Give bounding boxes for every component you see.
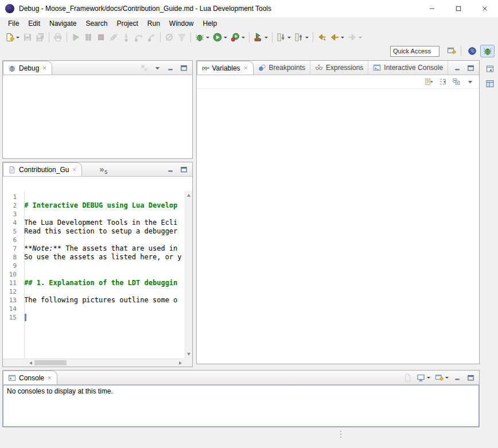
debug-perspective-button[interactable] (480, 45, 495, 57)
editor-line[interactable]: 2# Interactive DEBUG using Lua Develop (3, 201, 185, 210)
debug-button[interactable] (193, 31, 211, 44)
close-button[interactable] (472, 0, 498, 17)
scrollbar-thumb[interactable] (34, 360, 67, 365)
terminate-button[interactable] (95, 31, 107, 44)
open-console-button[interactable] (433, 372, 450, 383)
tab-contribution-guide[interactable]: Contribution_Gu (3, 162, 82, 176)
hidden-editors-chevron[interactable]: » 5 (97, 162, 110, 176)
line-number[interactable]: 7 (3, 244, 21, 253)
restore-minimized-view-button[interactable] (484, 63, 496, 75)
editor-line[interactable]: 10 (3, 270, 185, 279)
remove-all-terminated-button[interactable] (138, 62, 150, 73)
dropdown-arrow-icon[interactable] (206, 37, 209, 38)
new-button[interactable] (3, 31, 21, 44)
close-icon[interactable] (243, 65, 248, 71)
editor-lines[interactable]: 12# Interactive DEBUG using Lua Develop3… (3, 191, 185, 359)
editor-line-text[interactable]: The Lua Development Tools in the Ecli (21, 219, 177, 227)
minimize-button[interactable] (452, 62, 464, 73)
collapse-all-button[interactable] (450, 76, 462, 88)
view-menu-button[interactable] (464, 76, 476, 88)
editor-vertical-scrollbar[interactable] (185, 191, 192, 359)
dropdown-arrow-icon[interactable] (264, 37, 268, 38)
scroll-down-icon[interactable] (187, 353, 190, 356)
line-number[interactable]: 11 (3, 279, 21, 287)
tab-variables[interactable]: (x)=Variables (197, 61, 254, 75)
maximize-button[interactable] (465, 62, 477, 73)
minimize-button[interactable] (452, 372, 464, 383)
editor-line[interactable]: 14 (3, 305, 185, 313)
menu-run[interactable]: Run (143, 18, 165, 29)
scroll-up-icon[interactable] (187, 194, 190, 197)
editor-line[interactable]: 3 (3, 210, 185, 219)
external-tools-button[interactable] (252, 31, 270, 44)
quick-access-input[interactable]: Quick Access (390, 46, 439, 57)
editor-line-text[interactable] (21, 313, 26, 322)
editor-line[interactable]: 15 (3, 313, 185, 322)
dropdown-arrow-icon[interactable] (305, 37, 309, 38)
close-icon[interactable] (42, 65, 47, 71)
editor-line[interactable]: 12 (3, 287, 185, 296)
menu-project[interactable]: Project (112, 18, 142, 29)
view-menu-button[interactable] (151, 62, 164, 73)
open-console-page-button[interactable] (402, 372, 414, 383)
minimize-button[interactable] (165, 62, 177, 73)
dropdown-arrow-icon[interactable] (16, 37, 20, 38)
disconnect-button[interactable] (107, 31, 120, 44)
sash-handle[interactable] (339, 431, 343, 442)
tab-console[interactable]: Console (3, 371, 57, 384)
editor-line[interactable]: 13The following pictures outline some o (3, 296, 185, 305)
coverage-button[interactable] (229, 31, 247, 44)
dropdown-arrow-icon[interactable] (224, 37, 227, 38)
line-number[interactable]: 6 (3, 236, 21, 244)
line-number[interactable]: 12 (3, 287, 21, 296)
skip-all-breakpoints-button[interactable] (163, 31, 176, 44)
dropdown-arrow-icon[interactable] (359, 37, 362, 38)
minimized-editor-area-button[interactable] (484, 77, 496, 90)
previous-annotation-button[interactable] (293, 31, 310, 44)
line-number[interactable]: 15 (3, 313, 21, 322)
editor-line[interactable]: 7**Note:** The assets that are used in (3, 244, 185, 253)
tab-interactive-console[interactable]: Interactive Console (368, 61, 448, 75)
tab-debug[interactable]: Debug (3, 61, 52, 75)
line-number[interactable]: 13 (3, 296, 21, 305)
dropdown-arrow-icon[interactable] (242, 37, 245, 38)
tab-expressions[interactable]: Expressions (310, 61, 368, 75)
editor-line[interactable]: 1 (3, 193, 185, 201)
menu-help[interactable]: Help (199, 18, 222, 29)
print-button[interactable] (52, 31, 64, 44)
save-all-button[interactable] (34, 31, 46, 44)
editor-line[interactable]: 9 (3, 262, 185, 270)
minimize-button[interactable] (165, 163, 177, 175)
scroll-left-icon[interactable] (29, 361, 32, 365)
editor-line-text[interactable]: # Interactive DEBUG using Lua Develop (21, 201, 177, 210)
back-button[interactable] (328, 31, 346, 44)
line-number[interactable]: 8 (3, 253, 21, 262)
show-logical-structures-button[interactable] (437, 76, 449, 88)
line-number[interactable]: 2 (3, 201, 21, 210)
editor-line[interactable]: 8So use the assets as listed here, or y (3, 253, 185, 262)
dropdown-arrow-icon[interactable] (445, 377, 449, 379)
forward-button[interactable] (346, 31, 364, 44)
dropdown-arrow-icon[interactable] (341, 37, 344, 38)
menu-search[interactable]: Search (81, 18, 112, 29)
maximize-button[interactable] (178, 62, 190, 73)
step-return-button[interactable] (145, 31, 158, 44)
line-number[interactable]: 4 (3, 219, 21, 227)
ldt-perspective-button[interactable] (465, 45, 479, 57)
editor-line[interactable]: 4The Lua Development Tools in the Ecli (3, 219, 185, 227)
suspend-button[interactable] (82, 31, 95, 44)
menu-file[interactable]: File (3, 18, 24, 29)
display-selected-console-button[interactable] (415, 372, 432, 383)
line-number[interactable]: 9 (3, 262, 21, 270)
editor-line[interactable]: 5Read this section to setup a debugger (3, 227, 185, 236)
editor-line-text[interactable]: Read this section to setup a debugger (21, 227, 177, 236)
step-over-button[interactable] (133, 31, 145, 44)
dropdown-arrow-icon[interactable] (287, 37, 291, 38)
last-edit-location-button[interactable] (316, 31, 328, 44)
close-icon[interactable] (72, 167, 77, 172)
maximize-button[interactable] (445, 0, 472, 17)
menu-window[interactable]: Window (165, 18, 199, 29)
editor-line[interactable]: 11## 1. Explanation of the LDT debuggin (3, 279, 185, 287)
line-number[interactable]: 10 (3, 270, 21, 279)
editor-horizontal-scrollbar[interactable] (3, 359, 185, 367)
